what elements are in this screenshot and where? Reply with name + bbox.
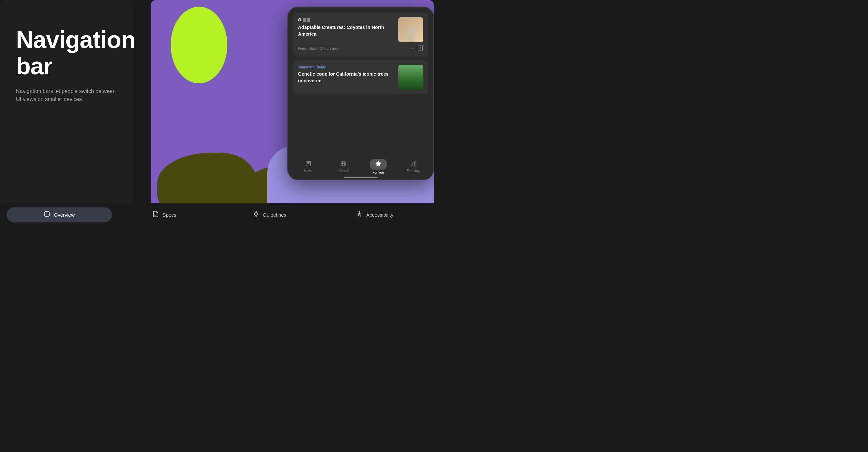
- thumb-road: [407, 27, 415, 42]
- phone-nav-trending-label: Trending: [407, 169, 420, 173]
- phone-nav-news[interactable]: News: [291, 160, 326, 173]
- chart-icon: [410, 160, 417, 168]
- specs-icon: [152, 211, 159, 219]
- home-indicator: [344, 177, 377, 178]
- thumb-2-img: [398, 65, 423, 90]
- phone-nav-foryou[interactable]: For You: [361, 159, 396, 174]
- source-squares: [303, 18, 310, 22]
- svg-line-23: [360, 214, 361, 216]
- sq2: [307, 18, 310, 22]
- phone-nav-foryou-label: For You: [372, 171, 384, 174]
- newspaper-icon: [305, 160, 312, 168]
- card-1-source: B: [298, 17, 394, 22]
- phone-nav-global-label: Global: [338, 169, 348, 173]
- card-1-thumbnail: [398, 17, 423, 42]
- info-circle-icon: [44, 211, 50, 219]
- bottom-nav-guidelines[interactable]: Guidelines: [217, 207, 322, 222]
- bottom-nav-accessibility[interactable]: Accessibility: [322, 207, 428, 222]
- right-panel: B Adaptable Creatures: Coyotes in North …: [151, 0, 434, 213]
- page-subtitle: Navigation bars let people switch betwee…: [16, 87, 117, 103]
- bookmark-icon[interactable]: [417, 45, 423, 52]
- card-2-text: Tomorrow Today Genetic code for Californ…: [298, 65, 394, 84]
- bottom-nav-specs-label: Specs: [162, 212, 176, 218]
- card-1-actions: ···: [409, 45, 423, 52]
- thumb-1-img: [398, 17, 423, 42]
- card-1-meta-text: Personalized · 2 hours ago: [298, 47, 338, 50]
- phone-nav-news-label: News: [304, 169, 312, 173]
- svg-marker-8: [375, 161, 381, 166]
- card-2-source: Tomorrow Today: [298, 65, 394, 70]
- card-2-thumbnail: [398, 65, 423, 90]
- phone-content: B Adaptable Creatures: Coyotes in North …: [288, 7, 433, 156]
- phone-mockup: B Adaptable Creatures: Coyotes in North …: [287, 7, 434, 180]
- card-2-title: Genetic code for California's iconic tre…: [298, 71, 394, 84]
- bottom-nav-accessibility-label: Accessibility: [366, 212, 393, 218]
- bottom-nav-overview[interactable]: Overview: [7, 207, 112, 222]
- phone-nav-trending[interactable]: Trending: [396, 160, 431, 173]
- more-options-icon[interactable]: ···: [409, 46, 415, 52]
- svg-rect-11: [415, 162, 416, 166]
- svg-rect-9: [411, 164, 412, 166]
- svg-point-17: [256, 214, 256, 214]
- news-card-2[interactable]: Tomorrow Today Genetic code for Californ…: [293, 60, 428, 94]
- bottom-nav: Overview Specs Guidelines: [0, 203, 434, 226]
- card-1-text: B Adaptable Creatures: Coyotes in North …: [298, 17, 394, 37]
- sq1: [303, 18, 306, 22]
- phone-nav-global[interactable]: Global: [326, 160, 361, 173]
- left-panel: Navigation bar Navigation bars let peopl…: [0, 0, 133, 213]
- svg-rect-10: [413, 163, 414, 166]
- accessibility-icon: [356, 211, 363, 219]
- source-b-icon: B: [298, 17, 301, 22]
- bottom-nav-overview-label: Overview: [54, 212, 75, 218]
- card-2-top: Tomorrow Today Genetic code for Californ…: [298, 65, 423, 90]
- phone-navbar: News Global: [288, 156, 433, 179]
- card-1-top: B Adaptable Creatures: Coyotes in North …: [298, 17, 423, 42]
- guidelines-icon: [253, 211, 259, 219]
- decorative-oval: [170, 7, 227, 83]
- globe-icon: [340, 160, 347, 168]
- svg-line-22: [358, 214, 359, 216]
- bottom-nav-guidelines-label: Guidelines: [263, 212, 286, 218]
- card-1-title: Adaptable Creatures: Coyotes in North Am…: [298, 24, 394, 37]
- foryou-bg: [370, 159, 387, 170]
- card-1-meta: Personalized · 2 hours ago ···: [298, 45, 423, 52]
- bottom-nav-specs[interactable]: Specs: [112, 207, 217, 222]
- page-title: Navigation bar: [16, 27, 117, 79]
- news-card-1[interactable]: B Adaptable Creatures: Coyotes in North …: [293, 13, 428, 57]
